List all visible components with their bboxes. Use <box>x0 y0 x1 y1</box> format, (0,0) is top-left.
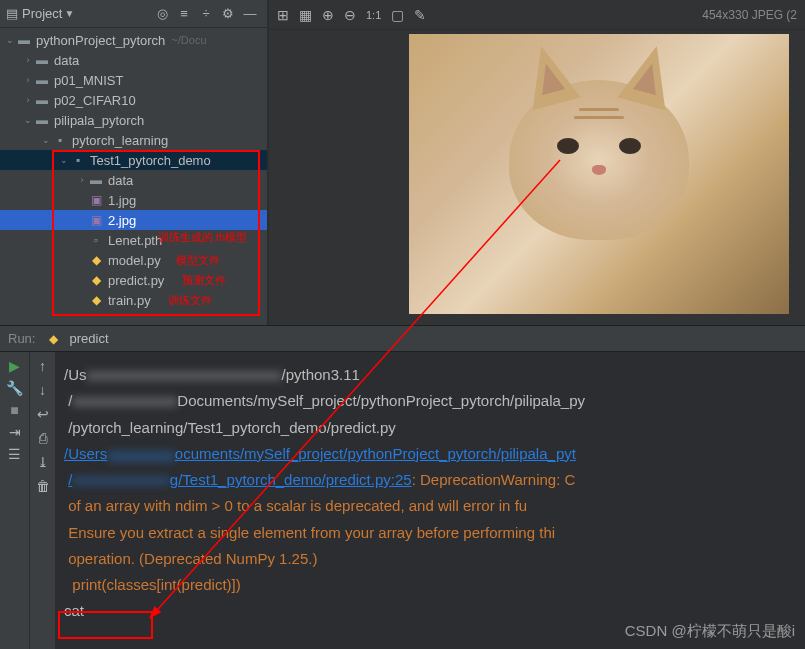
console-output[interactable]: /Usxxxxxxxxxxxxxxxxxxxxxxxxxx/python3.11… <box>56 352 805 649</box>
tree-label: train.py <box>108 293 151 308</box>
scroll-icon[interactable]: ⤓ <box>37 454 49 470</box>
sidebar-title[interactable]: Project <box>22 6 62 21</box>
chevron-icon: › <box>76 175 88 185</box>
folder-icon: ▬ <box>34 72 50 88</box>
run-gutter-2: ↑ ↓ ↩ ⎙ ⤓ 🗑 <box>30 352 56 649</box>
tree-path: ~/Docu <box>171 34 206 46</box>
tree-item-p01_MNIST[interactable]: ›▬p01_MNIST <box>0 70 267 90</box>
project-icon: ▤ <box>6 6 18 21</box>
run-label: Run: <box>8 331 35 346</box>
hide-icon[interactable]: — <box>239 3 261 25</box>
pixels-icon[interactable]: ▦ <box>299 7 312 23</box>
chevron-icon: › <box>22 95 34 105</box>
target-icon[interactable]: ◎ <box>151 3 173 25</box>
py-icon: ◆ <box>88 272 104 288</box>
fit-icon[interactable]: ▢ <box>391 7 404 23</box>
tree-label: data <box>54 53 79 68</box>
run-config[interactable]: ◆predict <box>45 331 108 347</box>
expand-icon[interactable]: ≡ <box>173 3 195 25</box>
exit-icon[interactable]: ⇥ <box>9 424 21 440</box>
chevron-icon: ⌄ <box>22 115 34 125</box>
pkg-icon: ▪ <box>70 152 86 168</box>
tree-label: pilipala_pytorch <box>54 113 144 128</box>
chevron-down-icon: ⌄ <box>4 35 16 45</box>
folder-icon: ▬ <box>34 112 50 128</box>
tree-label: predict.py <box>108 273 164 288</box>
prediction-result: cat <box>64 598 797 624</box>
run-gutter: ▶ 🔧 ■ ⇥ ☰ <box>0 352 30 649</box>
print-icon[interactable]: ⎙ <box>39 430 47 446</box>
cat-image <box>409 34 789 314</box>
zoom-11-icon[interactable]: 1:1 <box>366 9 381 21</box>
gear-icon[interactable]: ⚙ <box>217 3 239 25</box>
stop-icon[interactable]: ■ <box>10 402 18 418</box>
up-icon[interactable]: ↑ <box>39 358 46 374</box>
tree-item-pilipala_pytorch[interactable]: ⌄▬pilipala_pytorch <box>0 110 267 130</box>
chevron-icon: ⌄ <box>58 155 70 165</box>
run-icon[interactable]: ▶ <box>9 358 20 374</box>
py-icon: ◆ <box>88 252 104 268</box>
run-panel: Run: ◆predict ▶ 🔧 ■ ⇥ ☰ ↑ ↓ ↩ ⎙ ⤓ 🗑 /Usx… <box>0 325 805 649</box>
run-header: Run: ◆predict <box>0 326 805 352</box>
tree-label: Lenet.pth <box>108 233 162 248</box>
tree-item-2-jpg[interactable]: ▣2.jpg <box>0 210 267 230</box>
down-icon[interactable]: ↓ <box>39 382 46 398</box>
tree-item-model-py[interactable]: ◆model.py <box>0 250 267 270</box>
eyedropper-icon[interactable]: ✎ <box>414 7 426 23</box>
wrap-icon[interactable]: ↩ <box>37 406 49 422</box>
image-canvas[interactable] <box>269 30 805 325</box>
tree-item-Test1_pytorch_demo[interactable]: ⌄▪Test1_pytorch_demo <box>0 150 267 170</box>
tree-label: pytorch_learning <box>72 133 168 148</box>
project-tree[interactable]: ⌄ ▬ pythonProject_pytorch ~/Docu ›▬data›… <box>0 28 267 325</box>
grid-icon[interactable]: ⊞ <box>277 7 289 23</box>
wrench-icon[interactable]: 🔧 <box>6 380 23 396</box>
chevron-icon: ⌄ <box>40 135 52 145</box>
collapse-icon[interactable]: ÷ <box>195 3 217 25</box>
tree-label: Test1_pytorch_demo <box>90 153 211 168</box>
tree-label: model.py <box>108 253 161 268</box>
tree-label: 2.jpg <box>108 213 136 228</box>
tree-item-1-jpg[interactable]: ▣1.jpg <box>0 190 267 210</box>
py-icon: ◆ <box>88 292 104 308</box>
layout-icon[interactable]: ☰ <box>8 446 21 462</box>
image-viewer: ⊞ ▦ ⊕ ⊖ 1:1 ▢ ✎ 454x330 JPEG (2 <box>268 0 805 325</box>
jpg-icon: ▣ <box>88 192 104 208</box>
sidebar-header: ▤ Project ▼ ◎ ≡ ÷ ⚙ — <box>0 0 267 28</box>
tree-item-p02_CIFAR10[interactable]: ›▬p02_CIFAR10 <box>0 90 267 110</box>
python-icon: ◆ <box>45 331 61 347</box>
tree-item-Lenet-pth[interactable]: ▫Lenet.pth <box>0 230 267 250</box>
tree-item-data[interactable]: ›▬data <box>0 50 267 70</box>
tree-label: pythonProject_pytorch <box>36 33 165 48</box>
folder-icon: ▬ <box>16 32 32 48</box>
tree-label: 1.jpg <box>108 193 136 208</box>
chevron-down-icon[interactable]: ▼ <box>64 8 74 19</box>
zoom-in-icon[interactable]: ⊕ <box>322 7 334 23</box>
zoom-out-icon[interactable]: ⊖ <box>344 7 356 23</box>
image-info: 454x330 JPEG (2 <box>702 8 797 22</box>
trash-icon[interactable]: 🗑 <box>36 478 50 494</box>
tree-item-predict-py[interactable]: ◆predict.py <box>0 270 267 290</box>
chevron-icon: › <box>22 55 34 65</box>
folder-icon: ▬ <box>88 172 104 188</box>
viewer-toolbar: ⊞ ▦ ⊕ ⊖ 1:1 ▢ ✎ 454x330 JPEG (2 <box>269 0 805 30</box>
tree-root[interactable]: ⌄ ▬ pythonProject_pytorch ~/Docu <box>0 30 267 50</box>
project-sidebar: ▤ Project ▼ ◎ ≡ ÷ ⚙ — ⌄ ▬ pythonProject_… <box>0 0 268 325</box>
folder-icon: ▬ <box>34 52 50 68</box>
tree-label: p02_CIFAR10 <box>54 93 136 108</box>
tree-item-train-py[interactable]: ◆train.py <box>0 290 267 310</box>
folder-icon: ▬ <box>34 92 50 108</box>
tree-item-data[interactable]: ›▬data <box>0 170 267 190</box>
chevron-icon: › <box>22 75 34 85</box>
file-icon: ▫ <box>88 232 104 248</box>
pkg-icon: ▪ <box>52 132 68 148</box>
tree-label: p01_MNIST <box>54 73 123 88</box>
tree-label: data <box>108 173 133 188</box>
tree-item-pytorch_learning[interactable]: ⌄▪pytorch_learning <box>0 130 267 150</box>
jpg-icon: ▣ <box>88 212 104 228</box>
